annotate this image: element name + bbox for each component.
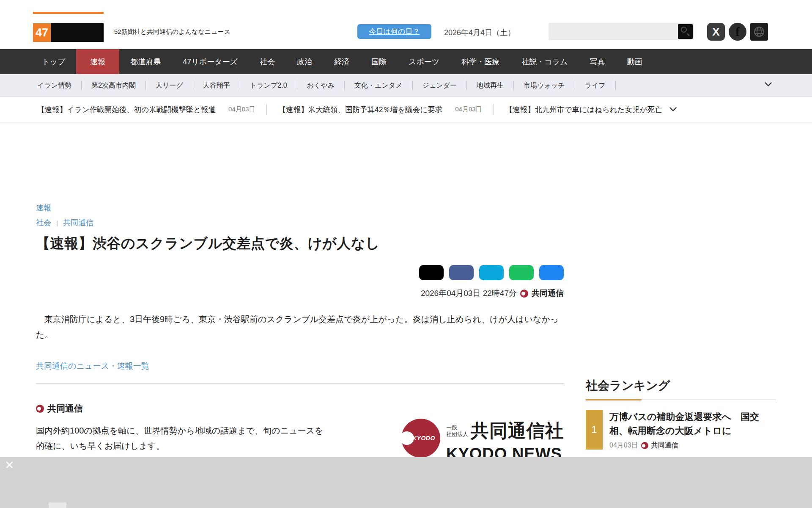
topic-cabinet[interactable]: 第2次高市内閣	[82, 81, 146, 90]
today-what-day-button[interactable]: 今日は何の日？	[357, 24, 431, 39]
ranking-meta: 04月03日 共同通信	[609, 441, 776, 450]
ranking-source: 共同通信	[651, 441, 678, 450]
ad-banner-fragment	[49, 502, 66, 508]
nav-item-video[interactable]: 動画	[616, 49, 653, 74]
site-tagline: 52新聞社と共同通信のよんななニュース	[114, 28, 230, 36]
nav-item-international[interactable]: 国際	[360, 49, 398, 74]
breadcrumb-source[interactable]: 共同通信	[63, 218, 93, 228]
share-button-darkblue[interactable]	[449, 265, 474, 280]
site-header: 47 52新聞社と共同通信のよんななニュース 今日は何の日？ 2026年4月4日…	[0, 0, 812, 49]
publish-datetime: 2026年04月03日 22時47分	[421, 288, 517, 299]
nav-item-prefectures[interactable]: 都道府県	[119, 49, 172, 74]
ticker-chevron-down-icon[interactable]	[669, 107, 677, 112]
search-box	[549, 23, 694, 40]
search-icon	[681, 27, 687, 33]
ranking-headline[interactable]: 万博バスの補助金返還要求へ 国交相、転用断念の大阪メトロに	[609, 410, 776, 438]
ranking-divider	[586, 399, 776, 400]
nav-item-top[interactable]: トップ	[31, 49, 76, 74]
nav-item-science-medical[interactable]: 科学・医療	[450, 49, 510, 74]
kyodo-logo-icon	[641, 442, 648, 449]
breadcrumb-sokuho[interactable]: 速報	[36, 204, 51, 212]
article-source: 共同通信	[532, 288, 564, 299]
kyodo-section-name: 共同通信	[47, 403, 83, 414]
kyodo-logo-icon	[520, 290, 528, 298]
ranking-date: 04月03日	[609, 441, 638, 450]
kyodo-company-name: 共同通信社	[471, 419, 564, 443]
article-body: 東京消防庁によると、3日午後9時ごろ、東京・渋谷駅前のスクランブル交差点で炎が上…	[36, 312, 564, 342]
breadcrumb-category[interactable]: 社会	[36, 218, 51, 228]
breadcrumb: 社会 | 共同通信	[36, 218, 564, 228]
nav-item-politics[interactable]: 政治	[286, 49, 323, 74]
topic-mlb[interactable]: 大リーグ	[146, 81, 193, 90]
share-button-cyan[interactable]	[479, 265, 504, 280]
topic-iran[interactable]: イラン情勢	[37, 81, 82, 90]
article: 速報 社会 | 共同通信 【速報】渋谷のスクランブル交差点で炎、けが人なし 20…	[36, 203, 564, 453]
ticker-item[interactable]: 【速報】北九州市で車にはねられた女児が死亡	[505, 105, 662, 115]
topic-trump[interactable]: トランプ2.0	[240, 81, 297, 90]
ticker-divider	[266, 104, 267, 115]
ticker-date: 04月03日	[455, 105, 482, 113]
kyodo-news-list-link[interactable]: 共同通信のニュース・速報一覧	[36, 361, 149, 372]
share-button-green[interactable]	[509, 265, 534, 280]
facebook-icon[interactable]: f	[729, 23, 746, 41]
search-button[interactable]	[678, 24, 693, 39]
share-buttons	[36, 265, 564, 280]
ticker-title: 【速報】北九州市で車にはねられた女児が死亡	[505, 105, 662, 115]
topic-nav: イラン情勢 第2次高市内閣 大リーグ 大谷翔平 トランプ2.0 おくやみ 文化・…	[0, 74, 812, 97]
social-links: X f	[707, 23, 768, 41]
topic-chevron-down-icon[interactable]	[765, 82, 772, 87]
nav-item-photo[interactable]: 写真	[579, 49, 616, 74]
topic-ohtani[interactable]: 大谷翔平	[193, 81, 240, 90]
nav-item-editorial-column[interactable]: 社説・コラム	[510, 49, 579, 74]
nav-item-economy[interactable]: 経済	[323, 49, 360, 74]
logo-orange-line	[33, 12, 104, 14]
ticker-item[interactable]: 【速報】イラン作戦開始後、初の米戦闘機撃墜と報道 04月03日	[37, 105, 255, 115]
nav-item-sokuho[interactable]: 速報	[76, 49, 119, 74]
topic-culture[interactable]: 文化・エンタメ	[345, 81, 413, 90]
ticker-item[interactable]: 【速報】米大統領、国防予算42％増を議会に要求 04月03日	[278, 105, 482, 115]
ranking-sidebar: 社会ランキング 1 万博バスの補助金返還要求へ 国交相、転用断念の大阪メトロに …	[586, 378, 776, 450]
logo-news-box	[51, 23, 104, 42]
ranking-title: 社会ランキング	[586, 378, 776, 394]
kyodo-org-type: 一般 社団法人	[446, 424, 468, 437]
kyodo-description: 国内外約100の拠点を軸に、世界情勢から地域の話題まで、旬のニュースを的確に、い…	[36, 423, 330, 453]
nav-item-society[interactable]: 社会	[249, 49, 286, 74]
main-nav: トップ 速報 都道府県 47リポーターズ 社会 政治 経済 国際 スポーツ 科学…	[0, 49, 812, 74]
topic-regional[interactable]: 地域再生	[467, 81, 514, 90]
globe-icon[interactable]	[750, 23, 768, 41]
kyodo-logo-icon	[36, 405, 44, 413]
site-logo[interactable]: 47	[33, 12, 104, 42]
ticker-title: 【速報】米大統領、国防予算42％増を議会に要求	[278, 105, 442, 115]
breaking-ticker: 【速報】イラン作戦開始後、初の米戦闘機撃墜と報道 04月03日 【速報】米大統領…	[0, 97, 812, 122]
ticker-date: 04月03日	[228, 105, 255, 113]
nav-item-47reporters[interactable]: 47リポーターズ	[172, 49, 249, 74]
topic-life[interactable]: ライフ	[575, 81, 616, 90]
logo-47-box: 47	[33, 23, 51, 42]
page: 47 52新聞社と共同通信のよんななニュース 今日は何の日？ 2026年4月4日…	[0, 0, 812, 508]
article-divider	[36, 383, 564, 384]
ranking-item-1[interactable]: 1 万博バスの補助金返還要求へ 国交相、転用断念の大阪メトロに 04月03日 共…	[586, 410, 776, 450]
kyodo-info-section: 共同通信 国内外約100の拠点を軸に、世界情勢から地域の話題まで、旬のニュースを…	[36, 403, 564, 453]
ad-banner-overlay: ✕	[0, 457, 812, 508]
kyodo-circle-mark-icon: KYODO	[401, 419, 440, 458]
rank-number-badge: 1	[586, 410, 603, 450]
article-meta: 2026年04月03日 22時47分 共同通信	[36, 288, 564, 299]
topic-gender[interactable]: ジェンダー	[413, 81, 467, 90]
close-icon[interactable]: ✕	[5, 460, 14, 471]
header-date: 2026年4月4日（土）	[444, 28, 515, 38]
share-button-black[interactable]	[419, 265, 444, 280]
x-twitter-icon[interactable]: X	[707, 23, 725, 41]
breadcrumb-separator: |	[56, 219, 58, 226]
topic-obituary[interactable]: おくやみ	[297, 81, 345, 90]
ticker-divider	[494, 104, 494, 115]
nav-item-sports[interactable]: スポーツ	[398, 49, 450, 74]
article-headline: 【速報】渋谷のスクランブル交差点で炎、けが人なし	[36, 234, 564, 253]
content-area: 速報 社会 | 共同通信 【速報】渋谷のスクランブル交差点で炎、けが人なし 20…	[0, 122, 812, 508]
kyodo-news-logo[interactable]: KYODO 一般 社団法人 共同通信社 KYODO NEWS	[401, 419, 564, 463]
topic-market[interactable]: 市場ウォッチ	[514, 81, 575, 90]
ticker-title: 【速報】イラン作戦開始後、初の米戦闘機撃墜と報道	[37, 105, 216, 115]
search-input[interactable]	[553, 23, 675, 40]
share-button-blue[interactable]	[539, 265, 564, 280]
